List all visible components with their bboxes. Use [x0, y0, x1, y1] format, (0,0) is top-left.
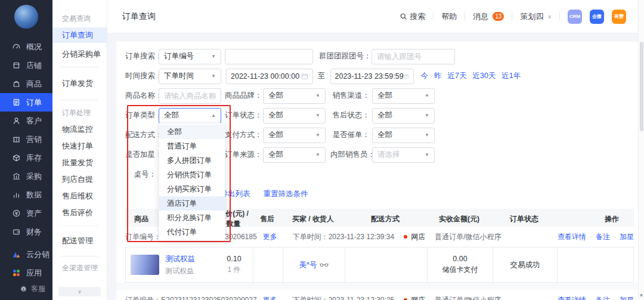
date-to-picker[interactable]: 2023-11-23 23:59:59 — [330, 69, 414, 84]
nav-item-store-pickup[interactable]: 到店自提 — [52, 172, 107, 187]
sidebar-item-service[interactable]: 客服 — [0, 282, 52, 295]
messages-button[interactable]: 消息 13 — [473, 11, 504, 22]
remark-link[interactable]: 备注 — [596, 232, 610, 242]
chevron-down-icon: ▼ — [425, 132, 429, 138]
brand-select[interactable]: 全部▼ — [263, 88, 326, 104]
search-button[interactable]: 搜索 — [400, 11, 425, 22]
divider — [61, 256, 98, 256]
buyer-name-link[interactable]: 美*号 — [299, 260, 317, 270]
crm-app-icon[interactable]: CRM — [568, 10, 582, 24]
sidebar-item-cloud-distribution[interactable]: 云分销 — [0, 245, 52, 264]
view-detail-link[interactable]: 查看详情 — [558, 295, 586, 300]
dropdown-option[interactable]: 多人拼团订单 — [159, 153, 225, 168]
nav-item-order-shipping[interactable]: 订单发货 — [52, 76, 107, 91]
more-link[interactable]: 更多 — [263, 232, 277, 242]
urge-order-select[interactable]: 全部▼ — [372, 128, 435, 143]
sidebar-item-shop[interactable]: 店铺 — [0, 56, 52, 75]
sidebar-item-goods[interactable]: 商品 — [0, 75, 52, 93]
buyer-cell: 美*号 — [283, 248, 345, 282]
dropdown-option[interactable]: 酒店订单 — [159, 196, 225, 211]
sidebar-item-apps[interactable]: 应用 — [0, 264, 52, 282]
date-range-separator: 至 — [318, 71, 326, 81]
quick-link-today[interactable]: 今 — [421, 71, 429, 81]
star-link[interactable]: 加星 — [620, 232, 634, 242]
order-time-label: 下单时间： — [293, 295, 329, 300]
order-source-select[interactable]: 全部▼ — [263, 147, 326, 163]
coin-icon — [12, 209, 21, 218]
youzan-app-icon[interactable]: 有赞 — [612, 10, 626, 24]
sidebar-item-data[interactable]: 数据 — [0, 185, 52, 204]
quick-link-7days[interactable]: 近7天 — [448, 71, 467, 81]
order-search-input[interactable] — [225, 49, 313, 64]
user-menu[interactable]: 策划四 ∨ — [520, 11, 552, 22]
order-type-select[interactable]: 全部▲ — [159, 108, 221, 123]
sidebar-item-overview[interactable]: 概况 — [0, 38, 52, 56]
sidebar-item-procurement[interactable]: 采购 — [0, 167, 52, 185]
nav-item-delivery-management[interactable]: 配送管理 — [52, 233, 107, 249]
sidebar-item-label: 营销 — [26, 134, 42, 145]
sidebar-collapse-bar[interactable]: ∨ — [58, 287, 101, 296]
help-button[interactable]: 帮助 — [441, 11, 457, 22]
user-name: 策划四 — [520, 11, 543, 22]
sidebar-item-finance[interactable]: 财务 — [0, 222, 52, 241]
sidebar-item-orders[interactable]: 订单 — [0, 93, 52, 112]
more-link[interactable]: 更多 — [263, 295, 277, 300]
store-avatar[interactable] — [14, 5, 38, 29]
nav-item-batch-ship[interactable]: 批量发货 — [52, 155, 107, 171]
product-thumbnail[interactable] — [131, 255, 159, 275]
nav-item-aftersale-rights[interactable]: 售后维权 — [52, 188, 107, 204]
dropdown-option[interactable]: 分销供货订单 — [159, 168, 225, 182]
filter-label: 支付方式： — [225, 130, 261, 140]
pay-method-select[interactable]: 全部▼ — [263, 128, 326, 143]
quick-date-links: 今 昨 近7天 近30天 近1年 — [421, 71, 521, 81]
scrollbar-thumb[interactable] — [640, 42, 643, 131]
internal-sales-select[interactable]: 请选择▼ — [372, 147, 435, 163]
order-no-label: 订单编号： — [125, 295, 161, 300]
quick-link-30days[interactable]: 近30天 — [472, 71, 496, 81]
sidebar-item-assets[interactable]: 资产 — [0, 204, 52, 222]
nav-item-order-query[interactable]: 订单查询 — [52, 27, 107, 43]
calendar-icon — [301, 73, 308, 80]
dropdown-option[interactable]: 分销买家订单 — [159, 182, 225, 196]
product-name-input[interactable] — [159, 88, 221, 104]
select-value: 全部 — [377, 91, 392, 101]
order-status-select[interactable]: 全部▼ — [263, 108, 326, 123]
wallet-icon — [12, 227, 21, 236]
nav-item-distribution-purchase[interactable]: 分销采购单 — [52, 47, 107, 62]
date-from-picker[interactable]: 2022-11-23 00:00:00 — [226, 69, 313, 84]
scrollbar-down-arrow-icon[interactable]: ▼ — [639, 293, 644, 298]
quick-link-1year[interactable]: 近1年 — [501, 71, 521, 81]
dropdown-option[interactable]: 全部 — [159, 125, 225, 139]
calendar-icon — [404, 73, 409, 80]
order-search-type-select[interactable]: 订单编号 ▼ — [159, 49, 221, 64]
dropdown-option[interactable]: 普通订单 — [159, 139, 225, 153]
product-name-link[interactable]: 测试权益 — [165, 254, 195, 264]
nav-item-logistics-monitor[interactable]: 物流监控 — [52, 122, 107, 137]
reset-filters-link[interactable]: 重置筛选条件 — [264, 189, 308, 199]
group-number-input[interactable] — [371, 49, 455, 64]
dropdown-option[interactable]: 积分兑换订单 — [159, 211, 225, 225]
aftersale-status-select[interactable]: 全部▼ — [372, 108, 435, 123]
vertical-scrollbar[interactable]: ▼ — [638, 0, 644, 300]
qiwei-app-icon[interactable]: 企微 — [590, 10, 604, 24]
view-detail-link[interactable]: 查看详情 — [558, 232, 586, 242]
filter-label: 群团团跟团号： — [319, 51, 369, 61]
dropdown-option[interactable]: 代付订单 — [159, 225, 225, 239]
col-header-amount: 实收金额(元) — [426, 214, 492, 224]
cloud-distribution-icon — [12, 250, 21, 259]
price-qty-cell: 0.10 1 件 — [215, 248, 253, 282]
chevron-down-icon: ▼ — [425, 93, 429, 98]
sidebar-item-customers[interactable]: 客户 — [0, 112, 52, 130]
status-cell: 交易成功 — [493, 248, 557, 282]
sidebar-item-marketing[interactable]: 营销 — [0, 130, 52, 149]
date-to-value: 2023-11-23 23:59:59 — [335, 72, 404, 81]
star-link[interactable]: 加星 — [620, 295, 634, 300]
time-type-select[interactable]: 下单时间 ▼ — [159, 69, 221, 84]
nav-item-quick-print[interactable]: 快速打单 — [52, 138, 107, 154]
sidebar-item-inventory[interactable]: 库存 — [0, 149, 52, 167]
remark-link[interactable]: 备注 — [596, 295, 610, 300]
nav-item-aftersale-review[interactable]: 售后评价 — [52, 205, 107, 221]
separator: · — [590, 233, 592, 241]
quick-link-yesterday[interactable]: 昨 — [434, 71, 442, 81]
sales-channel-select[interactable]: 全部▼ — [372, 88, 435, 104]
